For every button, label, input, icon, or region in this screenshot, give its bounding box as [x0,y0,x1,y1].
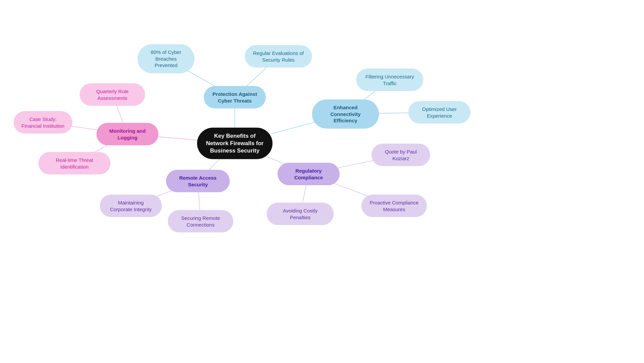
node-realtime[interactable]: Real-time Threat Identification [39,152,111,175]
node-remote-access[interactable]: Remote Access Security [166,170,230,192]
node-securing-remote[interactable]: Securing Remote Connections [168,210,233,233]
node-security-rules[interactable]: Regular Evaluations of Security Rules [245,45,312,68]
node-cyber-breaches[interactable]: 80% of Cyber Breaches Prevented [138,44,195,73]
node-quote[interactable]: Quote by Paul Koziarz [372,144,430,166]
node-protection[interactable]: Protection Against Cyber Threats [204,86,266,109]
node-quarterly[interactable]: Quarterly Rule Assessments [80,83,145,106]
node-avoiding[interactable]: Avoiding Costly Penalties [267,203,334,225]
node-center[interactable]: Key Benefits of Network Firewalls for Bu… [197,128,273,159]
node-proactive[interactable]: Proactive Compliance Measures [362,195,427,217]
node-case-study[interactable]: Case Study: Financial Institution [14,111,72,134]
node-filtering[interactable]: Filtering Unnecessary Traffic [356,69,423,91]
node-monitoring[interactable]: Monitoring and Logging [97,123,159,145]
node-optimized[interactable]: Optimized User Experience [409,101,471,124]
node-regulatory[interactable]: Regulatory Compliance [278,163,340,185]
mindmap-container: Key Benefits of Network Firewalls for Bu… [0,0,644,363]
node-corporate[interactable]: Maintaining Corporate Integrity [100,195,162,217]
node-connectivity[interactable]: Enhanced Connectivity Efficiency [312,100,379,129]
